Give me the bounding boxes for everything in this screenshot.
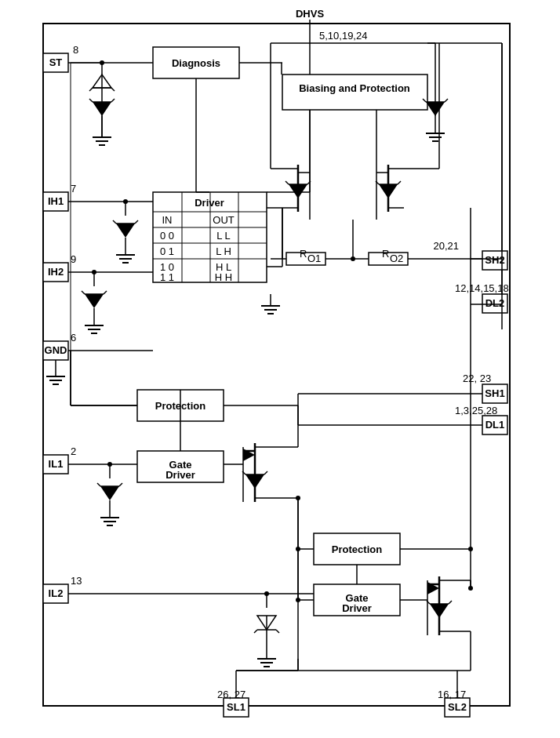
svg-line-109 bbox=[82, 291, 85, 294]
svg-line-110 bbox=[104, 291, 107, 294]
pin-il1: 2 bbox=[71, 445, 76, 457]
svg-line-14 bbox=[111, 99, 115, 102]
svg-marker-44 bbox=[289, 184, 307, 198]
svg-line-22 bbox=[111, 88, 115, 91]
il2-label: IL2 bbox=[49, 587, 64, 599]
svg-line-13 bbox=[89, 99, 93, 102]
driver-out-label: OUT bbox=[213, 214, 235, 226]
pin-sh1: 22, 23 bbox=[463, 373, 491, 384]
gnd-label: GND bbox=[45, 344, 67, 356]
svg-marker-30 bbox=[426, 102, 445, 116]
ih2-label: IH2 bbox=[48, 266, 64, 278]
pin-ih1: 7 bbox=[71, 183, 76, 194]
svg-line-21 bbox=[89, 88, 93, 91]
svg-point-198 bbox=[468, 547, 473, 551]
svg-line-98 bbox=[135, 220, 138, 224]
svg-line-144 bbox=[119, 483, 122, 486]
driver-in-label: IN bbox=[162, 214, 173, 226]
pin-sl1: 26, 27 bbox=[217, 689, 245, 700]
svg-marker-11 bbox=[93, 102, 111, 116]
svg-line-174 bbox=[276, 630, 279, 633]
pin-dl1: 1,3,25,28 bbox=[455, 405, 497, 416]
driver-row2: 0 1 bbox=[160, 245, 174, 257]
biasing-protection-label: Biasing and Protection bbox=[299, 82, 410, 94]
svg-line-97 bbox=[113, 220, 116, 224]
ro2-sub: O2 bbox=[390, 253, 403, 264]
svg-line-33 bbox=[445, 99, 448, 102]
diagnosis-label: Diagnosis bbox=[172, 57, 220, 69]
pin-dl2: 12,14,15,18 bbox=[455, 282, 509, 294]
pin-il2: 13 bbox=[71, 575, 82, 587]
gate-driver2-label2: Driver bbox=[342, 602, 372, 614]
svg-line-173 bbox=[254, 630, 257, 633]
ro1-label: R bbox=[300, 248, 307, 260]
driver-label: Driver bbox=[195, 197, 224, 209]
sl2-label: SL2 bbox=[448, 701, 467, 713]
pin-gnd: 6 bbox=[71, 332, 76, 344]
ro2-label: R bbox=[382, 248, 389, 260]
driver-row1-out: L L bbox=[216, 230, 231, 242]
ih1-label: IH1 bbox=[48, 195, 64, 207]
dl1-label: DL1 bbox=[485, 419, 505, 431]
driver-row1: 0 0 bbox=[160, 230, 174, 242]
st-label: ST bbox=[49, 56, 63, 68]
sl1-label: SL1 bbox=[227, 701, 245, 713]
dhvs-label: DHVS bbox=[296, 8, 324, 20]
svg-marker-53 bbox=[379, 184, 398, 198]
svg-marker-141 bbox=[100, 486, 119, 500]
driver-row4-out: H H bbox=[215, 271, 232, 283]
svg-point-192 bbox=[468, 586, 473, 591]
pin-dhvs: 5,10,19,24 bbox=[319, 30, 367, 42]
svg-line-159 bbox=[264, 471, 267, 474]
ro1-sub: O1 bbox=[307, 253, 321, 264]
svg-point-77 bbox=[351, 256, 355, 261]
gate-driver1-label2: Driver bbox=[165, 469, 195, 481]
driver-row2-out: L H bbox=[216, 245, 231, 257]
svg-line-56 bbox=[398, 181, 401, 184]
svg-line-143 bbox=[97, 483, 100, 486]
svg-marker-107 bbox=[85, 294, 104, 308]
circuit-diagram: DHVS 5,10,19,24 ST 8 Diagnosis Biasing bbox=[0, 0, 560, 738]
svg-marker-95 bbox=[116, 224, 135, 238]
pin-sl2: 16, 17 bbox=[438, 689, 466, 700]
svg-line-46 bbox=[285, 181, 289, 184]
svg-marker-187 bbox=[430, 604, 449, 618]
driver-row4: 1 1 bbox=[160, 271, 174, 283]
pin-st: 8 bbox=[73, 44, 78, 56]
il1-label: IL1 bbox=[49, 458, 64, 470]
protection2-label: Protection bbox=[332, 544, 382, 555]
pin-sh2: 20,21 bbox=[433, 240, 459, 252]
sh1-label: SH1 bbox=[485, 387, 504, 399]
svg-line-190 bbox=[449, 601, 452, 604]
pin-ih2: 9 bbox=[71, 253, 76, 265]
svg-marker-156 bbox=[245, 474, 264, 489]
